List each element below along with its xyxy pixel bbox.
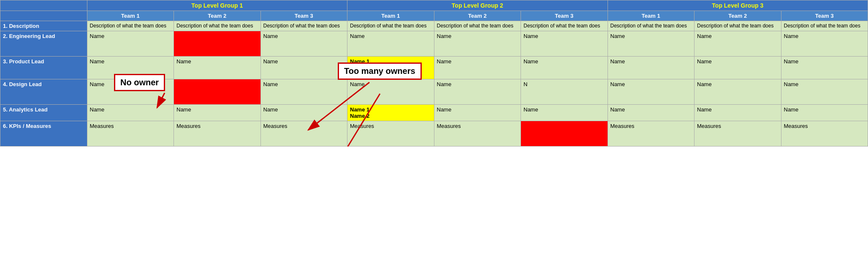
team-g2-t1: Team 1	[347, 11, 434, 21]
cell-r3-c5: N	[521, 79, 608, 105]
cell-r5-c3: Measures	[347, 121, 434, 146]
cell-r0-c3: Description of what the team does	[347, 21, 434, 31]
main-table: Top Level Group 1 Top Level Group 2 Top …	[0, 0, 868, 146]
cell-r3-c8: Name	[781, 79, 868, 105]
team-g2-t3: Team 3	[521, 11, 608, 21]
table-container: Top Level Group 1 Top Level Group 2 Top …	[0, 0, 868, 146]
cell-r1-c5: Name	[521, 31, 608, 57]
cell-r3-c3: Name	[347, 79, 434, 105]
cell-r1-c0: Name	[87, 31, 174, 57]
cell-r4-c2: Name	[260, 105, 347, 121]
cell-r2-c1: Name	[174, 57, 261, 79]
cell-r5-c5	[521, 121, 608, 146]
cell-r3-c4: Name	[434, 79, 521, 105]
cell-r4-c8: Name	[781, 105, 868, 121]
team-g2-t2: Team 2	[434, 11, 521, 21]
cell-r3-c6: Name	[608, 79, 694, 105]
cell-r0-c4: Description of what the team does	[434, 21, 521, 31]
team-g3-t2: Team 2	[694, 11, 781, 21]
cell-r4-c3: Name 1Name 2	[347, 105, 434, 121]
team-g3-t1: Team 1	[608, 11, 694, 21]
cell-r3-c7: Name	[694, 79, 781, 105]
page-wrapper: Top Level Group 1 Top Level Group 2 Top …	[0, 0, 868, 146]
corner-cell-2	[0, 11, 87, 21]
cell-r5-c7: Measures	[694, 121, 781, 146]
cell-r1-c1	[174, 31, 261, 57]
row-label-3: 4. Design Lead	[0, 79, 87, 105]
cell-r5-c4: Measures	[434, 121, 521, 146]
cell-r0-c7: Description of what the team does	[694, 21, 781, 31]
corner-cell	[0, 0, 87, 11]
cell-r2-c6: Name	[608, 57, 694, 79]
cell-r2-c5: Name	[521, 57, 608, 79]
cell-r1-c3: Name	[347, 31, 434, 57]
row-label-0: 1. Description	[0, 21, 87, 31]
cell-r4-c1: Name	[174, 105, 261, 121]
cell-r0-c6: Description of what the team does	[608, 21, 694, 31]
cell-r3-c1	[174, 79, 261, 105]
cell-r4-c4: Name	[434, 105, 521, 121]
cell-r0-c5: Description of what the team does	[521, 21, 608, 31]
row-label-5: 6. KPIs / Measures	[0, 121, 87, 146]
cell-r5-c6: Measures	[608, 121, 694, 146]
cell-r0-c1: Description of what the team does	[174, 21, 261, 31]
row-label-1: 2. Engineering Lead	[0, 31, 87, 57]
cell-r4-c6: Name	[608, 105, 694, 121]
cell-r0-c8: Description of what the team does	[781, 21, 868, 31]
no-owner-callout: No owner	[114, 74, 165, 91]
cell-r2-c7: Name	[694, 57, 781, 79]
row-label-4: 5. Analytics Lead	[0, 105, 87, 121]
cell-r4-c7: Name	[694, 105, 781, 121]
group-header-3: Top Level Group 3	[608, 0, 868, 11]
row-label-2: 3. Product Lead	[0, 57, 87, 79]
cell-r1-c8: Name	[781, 31, 868, 57]
cell-r2-c4: Name	[434, 57, 521, 79]
cell-r4-c5: Name	[521, 105, 608, 121]
group-header-2: Top Level Group 2	[347, 0, 608, 11]
cell-r0-c0: Description of what the team does	[87, 21, 174, 31]
cell-r2-c2: Name	[260, 57, 347, 79]
cell-r3-c2: Name	[260, 79, 347, 105]
too-many-owners-callout: Too many owners	[338, 62, 422, 80]
cell-r2-c8: Name	[781, 57, 868, 79]
team-g1-t2: Team 2	[174, 11, 261, 21]
cell-r0-c2: Description of what the team does	[260, 21, 347, 31]
cell-r4-c0: Name	[87, 105, 174, 121]
cell-r1-c6: Name	[608, 31, 694, 57]
cell-r1-c4: Name	[434, 31, 521, 57]
team-g1-t1: Team 1	[87, 11, 174, 21]
cell-r5-c8: Measures	[781, 121, 868, 146]
cell-r1-c2: Name	[260, 31, 347, 57]
cell-r5-c1: Measures	[174, 121, 261, 146]
team-g3-t3: Team 3	[781, 11, 868, 21]
cell-r5-c0: Measures	[87, 121, 174, 146]
cell-r5-c2: Measures	[260, 121, 347, 146]
cell-r1-c7: Name	[694, 31, 781, 57]
group-header-1: Top Level Group 1	[87, 0, 347, 11]
team-g1-t3: Team 3	[260, 11, 347, 21]
